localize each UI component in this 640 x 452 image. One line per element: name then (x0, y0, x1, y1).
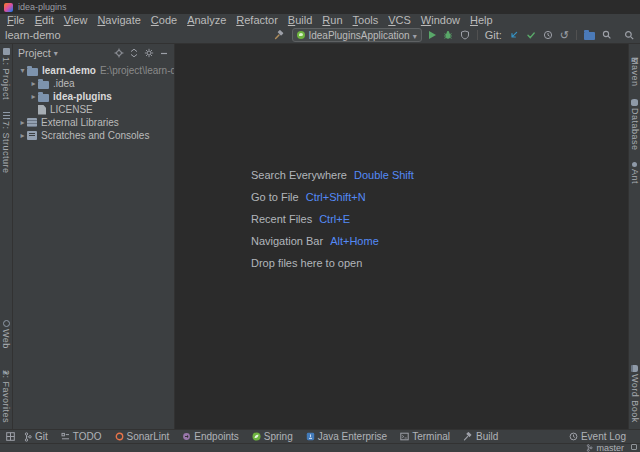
navigation-bar-item[interactable]: learn-demo (5, 29, 61, 41)
tree-item-idea[interactable]: .idea (13, 77, 174, 90)
tool-button-terminal[interactable]: Terminal (400, 431, 450, 442)
collapse-all-button[interactable] (129, 48, 139, 58)
web-toolwindow-icon (3, 320, 10, 327)
tool-button-label: Endpoints (194, 431, 238, 442)
menu-view[interactable]: View (59, 14, 93, 27)
tool-button-structure[interactable]: 7: Structure (1, 112, 11, 174)
tree-item-external-libraries[interactable]: External Libraries (13, 116, 174, 129)
tool-button-web[interactable]: Web (1, 320, 11, 349)
git-commit-button[interactable] (526, 30, 536, 40)
project-toolwindow: Project (13, 44, 175, 429)
tree-collapsed-icon[interactable] (29, 77, 38, 90)
bottom-tool-strip: Git TODO SonarLint Endpoints Spring Java… (0, 429, 640, 443)
project-view-selector[interactable]: Project (18, 47, 51, 59)
maven-toolwindow-icon (631, 48, 638, 55)
status-bar: master (0, 443, 640, 452)
tool-button-git[interactable]: Git (24, 431, 48, 442)
tree-collapsed-icon[interactable] (18, 116, 27, 129)
title-bar: idea-plugins (0, 0, 640, 14)
hide-button[interactable] (159, 48, 169, 58)
tool-button-ant[interactable]: Ant (630, 162, 640, 184)
shortcut-keys: Alt+Home (330, 235, 379, 247)
database-toolwindow-icon (631, 99, 638, 106)
tool-button-java-enterprise[interactable]: Java Enterprise (306, 431, 387, 442)
tool-button-word-book[interactable]: Word Book (630, 365, 640, 423)
project-toolwindow-icon (3, 48, 10, 55)
menu-window[interactable]: Window (416, 14, 465, 27)
tool-button-label: Event Log (581, 431, 626, 442)
run-configuration-select[interactable]: IdeaPluginsApplication (292, 28, 421, 42)
menu-build[interactable]: Build (283, 14, 317, 27)
git-group-label: Git: (485, 29, 502, 41)
git-update-button[interactable] (509, 30, 519, 40)
tool-button-project[interactable]: 1: Project (1, 48, 11, 100)
tree-expanded-icon[interactable] (18, 64, 27, 77)
shortcut-label: Navigation Bar (251, 235, 323, 247)
tool-button-maven[interactable]: Maven (630, 48, 640, 87)
tool-button-sonarlint[interactable]: SonarLint (115, 431, 170, 442)
menu-vcs[interactable]: VCS (383, 14, 416, 27)
menu-code[interactable]: Code (146, 14, 182, 27)
tree-item-path: E:\project\learn-demo (100, 65, 175, 76)
tree-item-scratches[interactable]: Scratches and Consoles (13, 129, 174, 142)
tool-button-database[interactable]: Database (630, 99, 640, 151)
find-button[interactable] (602, 30, 612, 40)
search-everywhere-icon[interactable] (624, 30, 635, 41)
tool-button-favorites[interactable]: 2: Favorites (1, 361, 11, 423)
tree-item-label: .idea (53, 78, 75, 89)
event-log-button[interactable]: Event Log (569, 431, 626, 442)
git-history-button[interactable] (543, 30, 553, 40)
tree-item-idea-plugins[interactable]: idea-plugins (13, 90, 174, 103)
drop-hint-row: Drop files here to open (251, 252, 414, 274)
coverage-button[interactable] (460, 30, 470, 40)
left-tool-strip: 1: Project 7: Structure Web 2: Favorites (0, 44, 13, 429)
menu-navigate[interactable]: Navigate (92, 14, 145, 27)
debug-button[interactable] (443, 30, 453, 40)
branch-icon (586, 444, 593, 452)
build-hammer-icon[interactable] (274, 30, 285, 41)
toolwindow-switcher-button[interactable] (6, 432, 15, 441)
menu-refactor[interactable]: Refactor (231, 14, 283, 27)
event-log-icon (569, 432, 578, 441)
tool-button-label: Java Enterprise (318, 431, 387, 442)
menu-tools[interactable]: Tools (348, 14, 384, 27)
tool-button-label: Ant (630, 169, 640, 184)
tool-button-label: 1: Project (1, 57, 11, 100)
git-branch-widget[interactable]: master (586, 443, 624, 452)
menu-analyze[interactable]: Analyze (182, 14, 231, 27)
branch-icon (24, 432, 32, 442)
menu-run[interactable]: Run (317, 14, 347, 27)
tool-button-endpoints[interactable]: Endpoints (182, 431, 238, 442)
tree-collapsed-icon[interactable] (18, 129, 27, 142)
settings-gear-button[interactable] (144, 48, 154, 58)
shortcut-keys: Double Shift (354, 169, 414, 181)
tool-button-label: 7: Structure (1, 121, 11, 174)
ant-toolwindow-icon (632, 162, 637, 167)
tool-button-todo[interactable]: TODO (61, 431, 102, 442)
chevron-down-icon[interactable] (54, 47, 58, 58)
ide-window: idea-plugins File Edit View Navigate Cod… (0, 0, 640, 452)
locate-button[interactable] (114, 48, 124, 58)
toolbar-separator (576, 30, 577, 40)
branch-name: master (596, 443, 624, 452)
run-configuration-label: IdeaPluginsApplication (308, 30, 409, 41)
tree-item-license[interactable]: LICENSE (13, 103, 174, 116)
tree-item-label: learn-demo (42, 65, 96, 76)
spring-boot-icon (297, 31, 305, 39)
tree-collapsed-icon[interactable] (29, 90, 38, 103)
menu-help[interactable]: Help (465, 14, 498, 27)
menu-file[interactable]: File (2, 14, 30, 27)
tree-item-label: External Libraries (41, 117, 119, 128)
tool-button-spring[interactable]: Spring (252, 431, 293, 442)
status-indicator-icon[interactable] (631, 444, 637, 450)
run-button[interactable] (429, 31, 436, 39)
editor-empty-area[interactable]: Search Everywhere Double Shift Go to Fil… (175, 44, 628, 429)
tool-button-build[interactable]: Build (463, 431, 498, 442)
app-logo-icon (4, 3, 13, 12)
shortcut-hint-row: Navigation Bar Alt+Home (251, 230, 414, 252)
git-rollback-button[interactable] (560, 29, 569, 41)
tool-button-label: 2: Favorites (1, 370, 11, 423)
folder-button[interactable] (584, 32, 595, 40)
menu-edit[interactable]: Edit (30, 14, 59, 27)
tree-item-learn-demo[interactable]: learn-demo E:\project\learn-demo (13, 64, 174, 77)
